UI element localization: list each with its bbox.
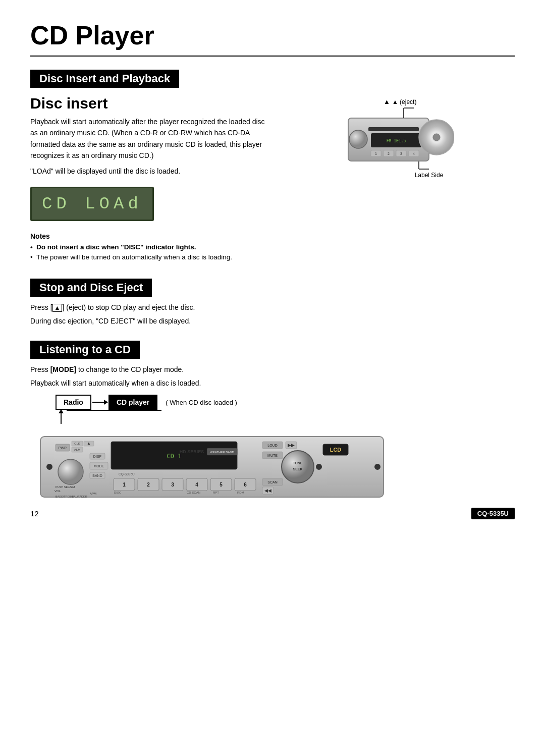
svg-point-2 bbox=[349, 130, 367, 148]
svg-point-20 bbox=[46, 464, 52, 470]
notes-section: Notes Do not insert a disc when "DISC" i… bbox=[30, 232, 272, 263]
note-item-0: Do not insert a disc when "DISC" indicat… bbox=[30, 242, 272, 252]
svg-text:LCD: LCD bbox=[330, 447, 342, 453]
note-item-1: The power will be turned on automaticall… bbox=[30, 252, 272, 262]
svg-text:CLK: CLK bbox=[74, 442, 80, 445]
radio-unit-area: PWR CLK ALM ▲ VOL PUSH SEL/SAT DISP MODE bbox=[30, 434, 515, 504]
forward-arrow bbox=[92, 402, 107, 403]
eject-text: ▲ (eject) bbox=[392, 98, 417, 105]
cd-player-mode-box: CD player bbox=[108, 395, 157, 410]
eject-symbol: ▲ bbox=[384, 98, 390, 105]
eject-instruction-1: Press [▲] (eject) to stop CD play and ej… bbox=[30, 302, 515, 313]
svg-text:4: 4 bbox=[413, 152, 415, 155]
radio-mode-box: Radio bbox=[56, 395, 91, 410]
svg-text:▲: ▲ bbox=[87, 441, 91, 446]
svg-text:1: 1 bbox=[123, 482, 126, 488]
svg-text:MUTE: MUTE bbox=[267, 454, 278, 457]
lcd-display: CD LOAd bbox=[30, 187, 154, 221]
listening-cd-header: Listening to a CD bbox=[30, 341, 140, 359]
svg-text:VOL: VOL bbox=[54, 490, 61, 493]
svg-text:RDM: RDM bbox=[237, 491, 244, 494]
return-horizontal bbox=[67, 410, 161, 411]
svg-text:5: 5 bbox=[220, 482, 223, 488]
svg-text:CD SCAN: CD SCAN bbox=[187, 491, 200, 494]
svg-text:3: 3 bbox=[171, 482, 174, 488]
page-title: CD Player bbox=[30, 20, 515, 57]
svg-text:PUSH SEL/SAT: PUSH SEL/SAT bbox=[56, 485, 76, 489]
listening-cd-section: Listening to a CD Press [MODE] to change… bbox=[30, 332, 515, 504]
load-notice: "LOAd" will be displayed until the disc … bbox=[30, 166, 272, 177]
svg-text:TUNE: TUNE bbox=[293, 461, 302, 465]
eject-icon-inline: ▲ bbox=[52, 304, 63, 312]
stop-disc-eject-header: Stop and Disc Eject bbox=[30, 279, 152, 297]
svg-text:APM: APM bbox=[90, 492, 96, 495]
svg-text:1: 1 bbox=[375, 152, 377, 155]
svg-point-70 bbox=[282, 451, 314, 483]
when-loaded-text: ( When CD disc loaded ) bbox=[166, 399, 237, 406]
mode-diagram: Radio CD player ( When CD disc loaded ) bbox=[56, 395, 515, 424]
return-up-arrow bbox=[61, 410, 62, 424]
svg-text:DISP: DISP bbox=[93, 455, 102, 458]
stop-disc-eject-section: Stop and Disc Eject Press [▲] (eject) to… bbox=[30, 269, 515, 327]
svg-text:2: 2 bbox=[147, 482, 150, 488]
return-arrow-path bbox=[56, 410, 515, 424]
svg-text:PWR: PWR bbox=[59, 446, 67, 450]
svg-point-76 bbox=[316, 464, 322, 470]
svg-text:CQ-S335U: CQ-S335U bbox=[119, 472, 135, 476]
eject-instruction-2: During disc ejection, "CD EJECT" will be… bbox=[30, 315, 515, 327]
svg-text:FM 101.5: FM 101.5 bbox=[387, 139, 406, 143]
svg-text:LOUD: LOUD bbox=[267, 444, 277, 447]
svg-text:3: 3 bbox=[400, 152, 402, 155]
svg-text:WEATHER BAND: WEATHER BAND bbox=[210, 451, 235, 454]
disc-insert-body: Playback will start automatically after … bbox=[30, 116, 272, 161]
svg-text:SCAN: SCAN bbox=[267, 480, 277, 484]
svg-text:BAND: BAND bbox=[92, 474, 102, 477]
page-footer: 12 CQ-5335U bbox=[30, 508, 515, 519]
svg-text:BASS/TREB/BAL/FADER: BASS/TREB/BAL/FADER bbox=[56, 495, 87, 498]
svg-text:MODE: MODE bbox=[94, 464, 104, 468]
label-side-text: Label Side bbox=[415, 172, 444, 179]
label-side-indicator: Label Side bbox=[414, 156, 444, 179]
svg-text:4: 4 bbox=[195, 482, 198, 488]
device-illustration: ▲ ▲ (eject) bbox=[283, 93, 515, 179]
model-badge: CQ-5335U bbox=[471, 508, 515, 519]
eject-label: ▲ ▲ (eject) bbox=[384, 98, 416, 105]
svg-text:DISC: DISC bbox=[114, 491, 122, 494]
svg-rect-1 bbox=[368, 127, 419, 131]
mode-instruction-2: Playback will start automatically when a… bbox=[30, 377, 515, 389]
svg-text:SEEK: SEEK bbox=[293, 467, 302, 471]
disc-insert-header: Disc Insert and Playback bbox=[30, 70, 179, 88]
svg-text:RPT: RPT bbox=[213, 491, 219, 494]
mode-instruction-1: Press [MODE] to change to the CD player … bbox=[30, 364, 515, 375]
svg-text:ALM: ALM bbox=[74, 448, 80, 451]
notes-title: Notes bbox=[30, 232, 272, 240]
disc-insert-subtitle: Disc insert bbox=[30, 95, 272, 112]
radio-unit-svg: PWR CLK ALM ▲ VOL PUSH SEL/SAT DISP MODE bbox=[30, 434, 394, 502]
svg-point-29 bbox=[58, 459, 83, 484]
svg-text:HD SERIES: HD SERIES bbox=[180, 449, 204, 454]
page-number: 12 bbox=[30, 509, 39, 518]
svg-text:6: 6 bbox=[244, 482, 247, 488]
svg-text:▶▶: ▶▶ bbox=[288, 443, 295, 448]
svg-point-14 bbox=[433, 134, 440, 141]
label-arrow bbox=[414, 156, 444, 172]
disc-insert-section: Disc Insert and Playback Disc insert Pla… bbox=[30, 61, 515, 267]
svg-text:2: 2 bbox=[388, 152, 390, 155]
svg-point-79 bbox=[374, 464, 380, 470]
svg-text:◀◀: ◀◀ bbox=[264, 488, 271, 493]
